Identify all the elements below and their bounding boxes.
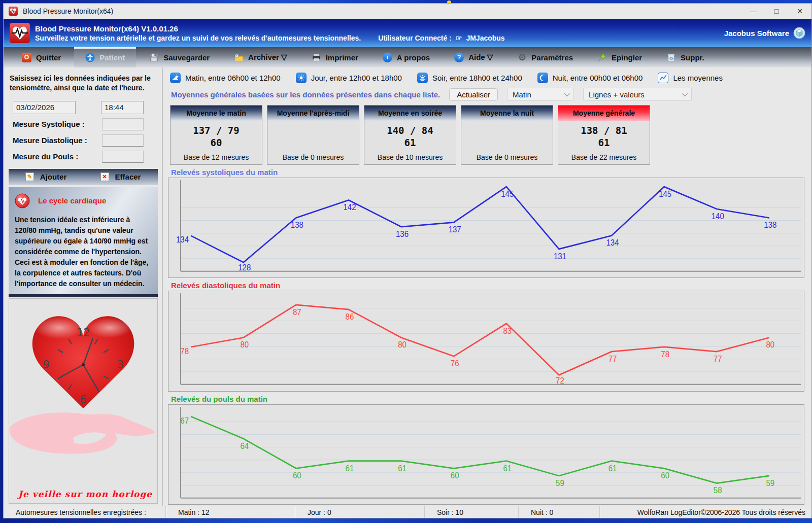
app-icon xyxy=(9,7,18,16)
user-name: JMJacobus xyxy=(466,34,504,42)
pulse-label: Mesure du Pouls : xyxy=(13,152,78,161)
main-panel: Matin, entre 06h00 et 12h00 Jour, entre … xyxy=(163,67,811,506)
card-moyenne-apres-midi: Moyenne l'après-midi Base de 0 mesures xyxy=(267,105,359,165)
pulse-input[interactable] xyxy=(102,151,144,163)
toolbar-item-a-propos[interactable]: i A propos xyxy=(371,47,441,67)
window-title: Blood Pressure Monitor(x64) xyxy=(23,7,113,15)
svg-text:87: 87 xyxy=(293,308,301,317)
svg-text:138: 138 xyxy=(764,221,776,229)
svg-text:136: 136 xyxy=(396,230,409,238)
tab-nuit[interactable]: Nuit, entre 00h00 et 06h00 xyxy=(537,73,643,83)
connected-user: Utilisateur Connecté : ☞ JMJacobus xyxy=(378,34,505,42)
time-input[interactable] xyxy=(101,101,144,114)
clock-number-6: 6 xyxy=(80,394,86,406)
clear-button[interactable]: ✕ Effacer xyxy=(83,169,158,185)
svg-text:60: 60 xyxy=(451,471,459,480)
tab-soir[interactable]: Soir, entre 18h00 et 24h00 xyxy=(417,73,522,83)
cardiac-info-text: Une tension idéale est inférieure à 120/… xyxy=(15,215,152,289)
add-button[interactable]: ✎ Ajouter xyxy=(9,169,83,185)
diastolic-input[interactable] xyxy=(102,134,144,147)
close-button[interactable]: ✕ xyxy=(788,4,811,19)
card-base-count: Base de 22 mesures xyxy=(558,153,650,164)
statusbar-jour-count: Jour : 0 xyxy=(295,506,425,518)
tab-matin[interactable]: Matin, entre 06h00 et 12h00 xyxy=(170,73,281,83)
tab-label: Jour, entre 12h00 et 18h00 xyxy=(311,74,402,82)
display-style-select[interactable]: Lignes + valeurs xyxy=(583,88,692,101)
tab-jour[interactable]: Jour, entre 12h00 et 18h00 xyxy=(296,73,402,83)
tab-label: Les moyennes xyxy=(673,74,723,82)
diastolic-chart-block: Relevés diastoliques du matin 7880878680… xyxy=(168,281,804,391)
svg-text:80: 80 xyxy=(240,340,249,349)
card-pulse-value: 61 xyxy=(404,137,416,149)
svg-text:145: 145 xyxy=(659,190,671,198)
period-select-value: Matin xyxy=(513,90,531,99)
date-input[interactable] xyxy=(13,101,76,114)
card-bp-value: 137 / 79 xyxy=(193,125,240,137)
help-icon: ? xyxy=(454,53,464,62)
svg-text:78: 78 xyxy=(180,347,189,356)
sidebar: Saisissez ici les données indiquées par … xyxy=(4,67,163,506)
chart-icon xyxy=(658,73,668,83)
info-icon: i xyxy=(383,53,392,62)
tab-les-moyennes[interactable]: Les moyennes xyxy=(658,73,723,83)
window-controls: — □ ✕ xyxy=(741,4,811,19)
toolbar-item-epingler[interactable]: Epingler xyxy=(586,47,653,67)
statusbar-nuit-count: Nuit : 0 xyxy=(519,506,600,518)
delete-page-icon: ✕ xyxy=(100,172,109,181)
card-moyenne-nuit: Moyenne la nuit Base de 0 mesures xyxy=(461,105,553,165)
toolbar-item-sauvegarder[interactable]: Sauvegarder xyxy=(138,47,221,67)
pulse-chart-title: Relevés du pouls du matin xyxy=(168,395,804,403)
clock-number-3: 3 xyxy=(117,359,123,371)
cube-icon xyxy=(793,27,805,39)
svg-text:72: 72 xyxy=(556,376,564,385)
toolbar-label: Sauvegarder xyxy=(163,53,210,62)
toolbar-label: Suppr. xyxy=(681,53,704,62)
sun-icon xyxy=(296,73,307,83)
toolbar: O Quitter Patient Sauvegarder xyxy=(4,47,811,67)
minimize-button[interactable]: — xyxy=(741,4,765,19)
diastolic-label: Mesure Diastolique : xyxy=(13,136,87,145)
app-logo-icon xyxy=(10,23,30,43)
svg-text:61: 61 xyxy=(346,464,354,472)
svg-text:145: 145 xyxy=(501,190,514,198)
header-text: Blood Pressure Monitor(x64) V1.0.01.26 S… xyxy=(35,24,505,42)
patient-icon xyxy=(85,53,95,62)
systolic-input[interactable] xyxy=(102,118,144,130)
card-pulse-value: 61 xyxy=(598,137,610,149)
svg-text:80: 80 xyxy=(398,340,407,349)
card-pulse-value: 60 xyxy=(211,137,222,149)
toolbar-item-patient[interactable]: Patient xyxy=(74,47,136,67)
svg-text:61: 61 xyxy=(398,464,407,472)
sunrise-icon xyxy=(170,73,181,83)
toolbar-item-imprimer[interactable]: Imprimer xyxy=(300,47,369,67)
svg-text:58: 58 xyxy=(714,486,722,495)
statusbar-label: Automesures tensionnelles enregistrées : xyxy=(4,506,166,518)
cardiac-info-title: Le cycle cardiaque xyxy=(38,196,106,205)
chevron-down-icon xyxy=(564,91,570,96)
svg-text:61: 61 xyxy=(608,464,617,472)
card-title: Moyenne la nuit xyxy=(461,106,553,121)
clock-number-12: 12 xyxy=(77,327,90,339)
header-subtitle: Surveillez votre tension artérielle et g… xyxy=(35,34,361,42)
toolbar-item-aide[interactable]: ? Aide ▽ xyxy=(443,47,504,67)
svg-text:131: 131 xyxy=(554,252,566,260)
period-select[interactable]: Matin xyxy=(507,88,574,101)
entry-action-bar: ✎ Ajouter ✕ Effacer xyxy=(9,169,158,185)
maximize-button[interactable]: □ xyxy=(765,4,788,19)
svg-text:67: 67 xyxy=(180,416,189,425)
toolbar-label: A propos xyxy=(397,53,430,62)
pin-icon xyxy=(597,53,607,62)
toolbar-item-quitter[interactable]: O Quitter xyxy=(11,47,72,67)
toolbar-item-suppr[interactable]: ♻ Suppr. xyxy=(655,47,716,67)
tab-label: Nuit, entre 00h00 et 06h00 xyxy=(553,74,643,82)
clear-button-label: Effacer xyxy=(115,172,141,181)
card-base-count: Base de 12 mesures xyxy=(171,153,262,164)
floppy-icon xyxy=(149,53,159,62)
toolbar-item-parametres[interactable]: ⚙ Paramètres xyxy=(506,47,584,67)
toolbar-label: Aide ▽ xyxy=(468,53,493,62)
refresh-button[interactable]: Actualiser xyxy=(449,88,498,101)
app-window: Blood Pressure Monitor(x64) — □ ✕ Blood … xyxy=(3,3,812,518)
toolbar-item-archiver[interactable]: Archiver ▽ xyxy=(223,47,298,67)
titlebar: Blood Pressure Monitor(x64) — □ ✕ xyxy=(4,4,811,19)
toolbar-label: Archiver ▽ xyxy=(248,53,287,62)
